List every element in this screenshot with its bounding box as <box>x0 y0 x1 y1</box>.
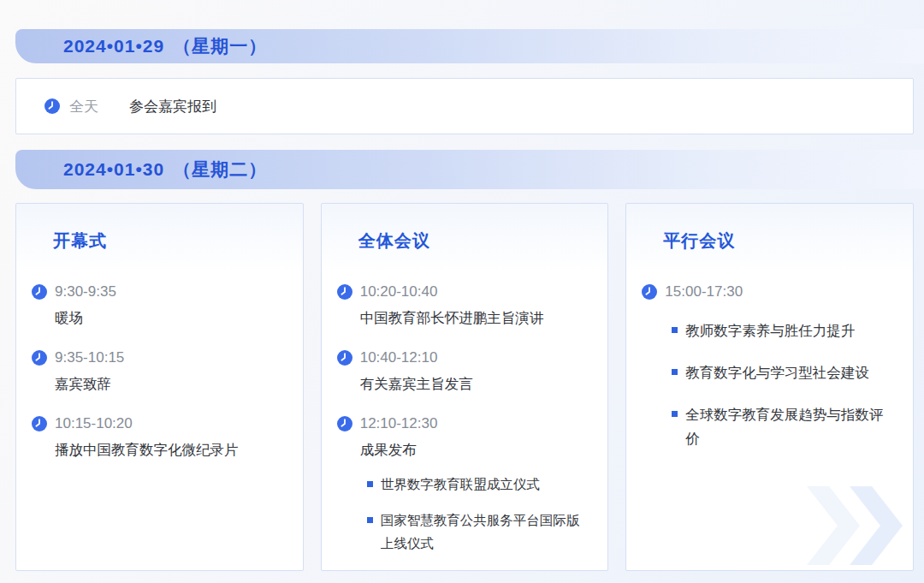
subitem: 教育数字化与学习型社会建设 <box>672 360 896 384</box>
event-time-row: 9:30-9:35 <box>32 283 286 300</box>
event-time: 10:20-10:40 <box>360 283 438 300</box>
day1-weekday: （星期一） <box>173 34 267 58</box>
event-list: 10:20-10:40 中国教育部长怀进鹏主旨演讲 10:40-12:10 有关… <box>337 283 591 571</box>
subitem-text: 全球数字教育发展趋势与指数评价 <box>685 402 896 450</box>
event-item: 12:10-12:30 成果发布 世界数字教育联盟成立仪式 国家智慧教育公共服务… <box>337 415 591 571</box>
event-time-row: 12:10-12:30 <box>337 415 591 432</box>
session-title: 全体会议 <box>358 229 591 253</box>
subitem-text: 教师数字素养与胜任力提升 <box>685 318 855 342</box>
clock-icon <box>44 98 60 114</box>
subitem-text: 世界数字教育联盟成立仪式 <box>381 473 540 496</box>
session-card-parallel: 平行会议 15:00-17:30 教师数字素养与胜任力提升 教育数字化与学习型社… <box>625 203 914 571</box>
event-item: 10:15-10:20 播放中国教育数字化微纪录片 <box>32 415 286 460</box>
square-bullet-icon <box>367 517 373 523</box>
allday-time-label: 全天 <box>69 97 98 116</box>
day2-date-banner: 2024•01•30 （星期二） <box>15 150 924 189</box>
clock-icon <box>642 284 657 300</box>
session-title: 平行会议 <box>663 229 896 253</box>
event-title: 成果发布 <box>360 441 591 460</box>
event-time: 12:10-12:30 <box>360 415 438 432</box>
event-time: 9:35-10:15 <box>55 349 124 366</box>
session-card-opening-ceremony: 开幕式 9:30-9:35 暖场 9:35-10:15 嘉宾致辞 10: <box>15 203 304 571</box>
day2-weekday: （星期二） <box>173 158 267 181</box>
event-item: 10:40-12:10 有关嘉宾主旨发言 <box>337 349 591 394</box>
session-title: 开幕式 <box>53 229 286 253</box>
event-item: 9:35-10:15 嘉宾致辞 <box>32 349 286 394</box>
day1-date: 2024•01•29 <box>63 36 164 57</box>
event-title: 播放中国教育数字化微纪录片 <box>55 441 286 460</box>
clock-icon <box>337 416 352 431</box>
clock-icon <box>32 416 47 431</box>
event-item: 9:30-9:35 暖场 <box>32 283 286 328</box>
subitem-text: 中外数字教育合作成果展示 <box>381 568 540 571</box>
event-time-row: 10:15-10:20 <box>32 415 286 432</box>
subitem-list: 世界数字教育联盟成立仪式 国家智慧教育公共服务平台国际版上线仪式 中外数字教育合… <box>367 473 591 571</box>
chevron-right-decoration <box>807 486 908 565</box>
event-time-row: 9:35-10:15 <box>32 349 286 366</box>
subitem: 中外数字教育合作成果展示 <box>367 568 591 571</box>
day2-date: 2024•01•30 <box>63 159 164 180</box>
square-bullet-icon <box>672 369 678 375</box>
event-item: 15:00-17:30 教师数字素养与胜任力提升 教育数字化与学习型社会建设 全… <box>642 283 896 450</box>
chevron-right-icon <box>807 486 860 565</box>
event-time-row: 10:20-10:40 <box>337 283 591 300</box>
event-time: 10:40-12:10 <box>360 349 438 366</box>
clock-icon <box>337 350 352 366</box>
event-title: 暖场 <box>55 309 286 328</box>
square-bullet-icon <box>672 411 678 417</box>
event-title: 中国教育部长怀进鹏主旨演讲 <box>360 309 591 328</box>
event-item: 10:20-10:40 中国教育部长怀进鹏主旨演讲 <box>337 283 591 328</box>
event-title: 有关嘉宾主旨发言 <box>360 375 591 394</box>
event-list: 15:00-17:30 教师数字素养与胜任力提升 教育数字化与学习型社会建设 全… <box>642 283 896 450</box>
subitem-text: 国家智慧教育公共服务平台国际版上线仪式 <box>381 509 586 555</box>
subitem-text: 教育数字化与学习型社会建设 <box>685 360 869 384</box>
event-list: 9:30-9:35 暖场 9:35-10:15 嘉宾致辞 10:15-10:20… <box>32 283 286 460</box>
day2-sessions-row: 开幕式 9:30-9:35 暖场 9:35-10:15 嘉宾致辞 10: <box>15 203 914 571</box>
subitem: 教师数字素养与胜任力提升 <box>672 318 896 342</box>
session-card-plenary: 全体会议 10:20-10:40 中国教育部长怀进鹏主旨演讲 10:40-12:… <box>321 203 609 571</box>
event-time-row: 15:00-17:30 <box>642 283 896 300</box>
square-bullet-icon <box>672 327 678 333</box>
subitem: 国家智慧教育公共服务平台国际版上线仪式 <box>367 509 591 555</box>
subitem-list: 教师数字素养与胜任力提升 教育数字化与学习型社会建设 全球数字教育发展趋势与指数… <box>672 318 896 450</box>
day1-date-banner: 2024•01•29 （星期一） <box>15 29 924 63</box>
chevron-right-icon <box>850 486 903 565</box>
event-time: 10:15-10:20 <box>55 415 133 432</box>
event-time: 15:00-17:30 <box>665 283 743 300</box>
clock-icon <box>337 284 352 300</box>
subitem: 世界数字教育联盟成立仪式 <box>367 473 591 496</box>
allday-event-title: 参会嘉宾报到 <box>129 97 216 116</box>
event-title: 嘉宾致辞 <box>55 375 286 394</box>
square-bullet-icon <box>367 481 373 487</box>
subitem: 全球数字教育发展趋势与指数评价 <box>672 402 896 450</box>
day1-allday-event-card: 全天 参会嘉宾报到 <box>15 78 914 134</box>
clock-icon <box>32 350 47 366</box>
event-time-row: 10:40-12:10 <box>337 349 591 366</box>
event-time: 9:30-9:35 <box>55 283 116 300</box>
clock-icon <box>32 284 47 300</box>
